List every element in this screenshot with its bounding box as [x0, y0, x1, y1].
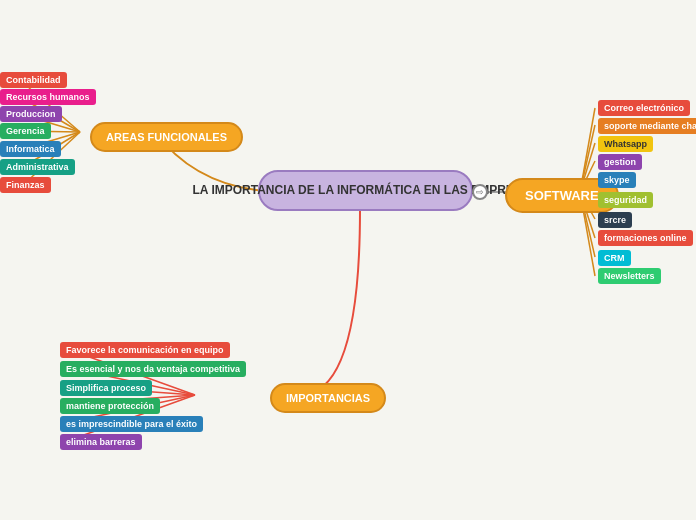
imp-item-2: Simplifica proceso	[60, 380, 152, 396]
areas-item-0: Contabilidad	[0, 72, 67, 88]
areas-item-6: Finanzas	[0, 177, 51, 193]
software-item-2: Whatsapp	[598, 136, 653, 152]
software-item-6: srcre	[598, 212, 632, 228]
areas-item-2: Produccion	[0, 106, 62, 122]
software-item-7: formaciones online	[598, 230, 693, 246]
imp-item-4: es imprescindible para el éxito	[60, 416, 203, 432]
imp-item-0: Favorece la comunicación en equipo	[60, 342, 230, 358]
areas-label: AREAS FUNCIONALES	[106, 131, 227, 143]
importancias-label: IMPORTANCIAS	[286, 392, 370, 404]
imp-item-1: Es esencial y nos da ventaja competitiva	[60, 361, 246, 377]
software-item-4: skype	[598, 172, 636, 188]
areas-node: AREAS FUNCIONALES	[90, 122, 243, 152]
software-item-3: gestion	[598, 154, 642, 170]
areas-item-5: Administrativa	[0, 159, 75, 175]
connector-symbol: ⇨	[476, 187, 484, 197]
software-label: SOFTWARE	[525, 188, 599, 203]
software-item-8: CRM	[598, 250, 631, 266]
importancias-node: IMPORTANCIAS	[270, 383, 386, 413]
areas-item-1: Recursos humanos	[0, 89, 96, 105]
main-node: LA IMPORTANCIA DE LA INFORMÁTICA EN LAS …	[258, 170, 473, 211]
software-item-0: Correo electrónico	[598, 100, 690, 116]
software-item-1: soporte mediante chat	[598, 118, 696, 134]
software-item-5: seguridad	[598, 192, 653, 208]
areas-item-3: Gerencia	[0, 123, 51, 139]
imp-item-3: mantiene protección	[60, 398, 160, 414]
imp-item-5: elimina barreras	[60, 434, 142, 450]
connector-dot: ⇨	[472, 184, 488, 200]
areas-item-4: Informatica	[0, 141, 61, 157]
software-item-9: Newsletters	[598, 268, 661, 284]
